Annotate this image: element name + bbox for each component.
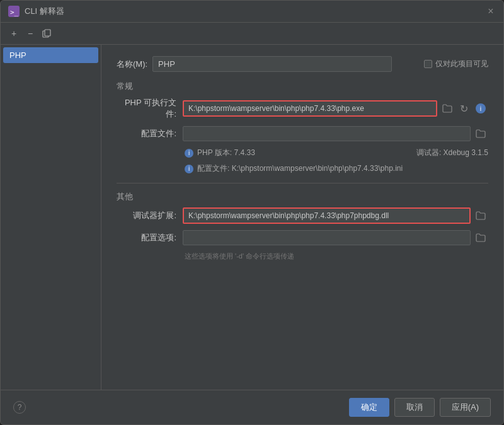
php-exec-input-wrap: ↻ i (183, 100, 488, 117)
info-badge: i (476, 103, 486, 114)
remove-button[interactable]: − (23, 26, 37, 40)
svg-text:>_: >_ (10, 8, 19, 16)
hint-text: 这些选项将使用 '-d' 命令行选项传递 (117, 252, 488, 261)
config-options-input-wrap (183, 230, 488, 245)
only-project-wrap: 仅对此项目可见 (424, 59, 488, 69)
cancel-button[interactable]: 取消 (394, 398, 435, 417)
apply-button[interactable]: 应用(A) (440, 398, 491, 417)
debugger-text: 调试器: Xdebug 3.1.5 (416, 148, 488, 158)
debugger-ext-label: 调试器扩展: (117, 210, 183, 221)
config-options-label: 配置选项: (117, 232, 183, 243)
sidebar: PHP (1, 45, 101, 390)
php-version-row: i PHP 版本: 7.4.33 调试器: Xdebug 3.1.5 (117, 148, 488, 158)
php-exec-folder-button[interactable] (440, 103, 455, 114)
title-bar-left: >_ CLI 解释器 (8, 6, 64, 17)
dialog-icon: >_ (8, 6, 20, 17)
toolbar: + − (1, 23, 503, 45)
php-version-text: PHP 版本: 7.4.33 (197, 148, 255, 158)
config-file-folder-button[interactable] (473, 128, 488, 139)
cli-interpreter-dialog: >_ CLI 解释器 × + − PHP 名称(M): (0, 0, 504, 425)
name-left: 名称(M): (117, 56, 392, 72)
dialog-body: PHP 名称(M): 仅对此项目可见 常规 PHP 可执行文件: (1, 45, 503, 390)
config-file-row: 配置文件: (117, 126, 488, 141)
copy-button[interactable] (40, 26, 54, 40)
dialog-title: CLI 解释器 (25, 6, 64, 17)
ok-button[interactable]: 确定 (349, 398, 389, 417)
folder-icon-2 (476, 129, 486, 138)
other-section-label: 其他 (117, 191, 488, 202)
only-project-label: 仅对此项目可见 (435, 59, 488, 69)
config-info-icon: i (185, 165, 193, 173)
folder-icon (442, 104, 452, 113)
config-options-input[interactable] (183, 230, 471, 245)
refresh-button[interactable]: ↻ (457, 102, 471, 116)
normal-section-label: 常规 (117, 81, 488, 92)
main-content: 名称(M): 仅对此项目可见 常规 PHP 可执行文件: (101, 45, 503, 390)
sidebar-item-php[interactable]: PHP (3, 47, 98, 63)
name-row: 名称(M): 仅对此项目可见 (117, 56, 488, 72)
config-file-input[interactable] (183, 126, 471, 141)
folder-icon-4 (476, 233, 486, 242)
title-bar: >_ CLI 解释器 × (1, 1, 503, 23)
info-button[interactable]: i (473, 102, 488, 115)
config-options-folder-button[interactable] (473, 232, 488, 243)
section-divider (117, 183, 488, 183)
debugger-ext-input-wrap (183, 207, 488, 224)
php-exec-label: PHP 可执行文件: (117, 97, 183, 120)
only-project-checkbox[interactable] (424, 60, 432, 68)
footer: ? 确定 取消 应用(A) (1, 390, 503, 424)
config-options-row: 配置选项: (117, 230, 488, 245)
add-button[interactable]: + (7, 26, 21, 40)
close-button[interactable]: × (486, 6, 496, 16)
php-exec-row: PHP 可执行文件: ↻ i (117, 97, 488, 120)
php-version-left: i PHP 版本: 7.4.33 (185, 148, 255, 158)
php-version-info-icon: i (185, 149, 193, 158)
svg-rect-3 (45, 30, 50, 36)
debugger-ext-input[interactable] (183, 207, 471, 224)
name-label: 名称(M): (117, 59, 152, 70)
config-file-input-wrap (183, 126, 488, 141)
copy-icon (42, 29, 51, 38)
php-exec-input[interactable] (183, 100, 437, 117)
debugger-ext-row: 调试器扩展: (117, 207, 488, 224)
config-file-info-text: 配置文件: K:\phpstorm\wampserver\bin\php\php… (197, 163, 403, 174)
debugger-ext-folder-button[interactable] (473, 210, 488, 221)
config-file-label: 配置文件: (117, 128, 183, 139)
help-button[interactable]: ? (13, 401, 26, 414)
config-file-info-row: i 配置文件: K:\phpstorm\wampserver\bin\php\p… (117, 163, 488, 174)
folder-icon-3 (476, 211, 486, 220)
name-input[interactable] (152, 56, 392, 72)
